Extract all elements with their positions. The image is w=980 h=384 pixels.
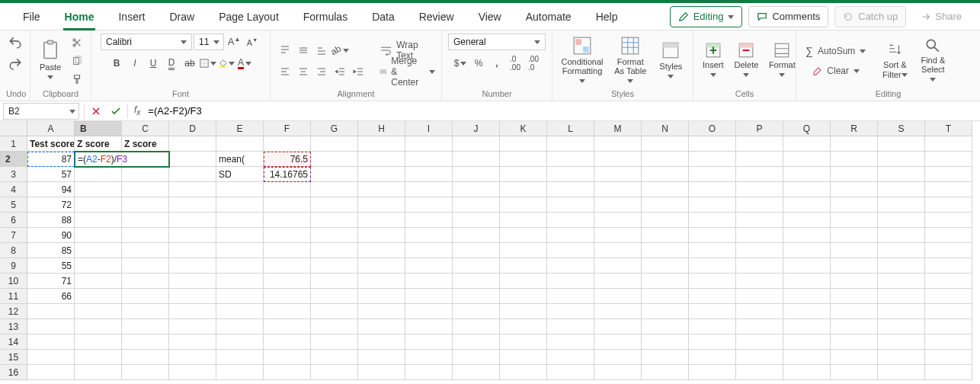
cell[interactable] [547,182,594,197]
cell[interactable] [783,167,831,182]
cell[interactable] [122,197,169,213]
cell[interactable] [500,152,547,167]
cell[interactable] [216,243,264,258]
cell[interactable] [878,319,925,334]
cell[interactable] [169,136,216,152]
cell[interactable] [925,228,972,243]
select-all-corner[interactable] [0,121,27,136]
cell[interactable] [453,365,500,380]
cell[interactable] [783,289,831,304]
cell[interactable] [311,258,358,274]
column-header[interactable]: E [216,121,264,136]
cell[interactable] [264,365,311,380]
percent-button[interactable]: % [470,55,487,72]
cell[interactable] [831,304,878,319]
comma-style-button[interactable]: , [488,55,505,72]
align-bottom-button[interactable] [313,42,330,59]
cell[interactable] [311,136,358,152]
cell[interactable] [358,228,405,243]
column-header[interactable]: R [831,121,878,136]
clear-button[interactable]: Clear [802,62,869,79]
cell[interactable] [75,289,122,304]
cell[interactable] [169,319,216,334]
cell[interactable] [642,152,689,167]
grow-font-button[interactable]: A▲ [226,34,242,50]
cell[interactable] [783,197,831,213]
conditional-formatting-button[interactable]: Conditional Formatting [559,36,606,85]
cell[interactable] [500,258,547,274]
cell[interactable] [169,152,216,167]
cell[interactable] [642,289,689,304]
align-left-button[interactable] [277,63,293,80]
cell[interactable] [594,334,642,350]
find-select-button[interactable]: Find & Select [916,37,950,83]
cell[interactable] [500,213,547,228]
cell[interactable] [405,274,453,289]
cell[interactable] [169,304,216,319]
sort-filter-button[interactable]: Sort & Filter [878,42,911,78]
tab-automate[interactable]: Automate [514,3,584,30]
shrink-font-button[interactable]: A▼ [244,34,261,50]
cell[interactable] [878,228,925,243]
cell[interactable] [311,319,358,334]
cell[interactable] [689,243,736,258]
cell[interactable] [925,289,972,304]
cell[interactable] [925,213,972,228]
cell[interactable] [500,136,547,152]
cell[interactable] [358,152,405,167]
row-header[interactable]: 10 [0,274,27,289]
cell[interactable] [831,197,878,213]
catch-up-button[interactable]: Catch up [834,6,906,27]
cell[interactable] [783,182,831,197]
cell[interactable] [878,136,925,152]
cell[interactable] [216,304,264,319]
cell[interactable] [27,304,75,319]
cell[interactable] [594,350,642,365]
copy-button[interactable] [69,53,85,69]
cell[interactable] [453,258,500,274]
column-header[interactable]: T [925,121,972,136]
tab-view[interactable]: View [466,3,514,30]
cell[interactable] [27,334,75,350]
cell[interactable] [122,289,169,304]
cell[interactable] [264,304,311,319]
row-header[interactable]: 6 [0,213,27,228]
row-header[interactable]: 13 [0,319,27,334]
cell[interactable] [216,197,264,213]
format-cells-button[interactable]: Format [766,42,798,78]
tab-insert[interactable]: Insert [106,3,157,30]
cell[interactable] [169,197,216,213]
cell[interactable] [75,213,122,228]
worksheet-grid[interactable]: ABCDEFGHIJKLMNOPQRST 1234567891011121314… [0,121,980,384]
cell[interactable] [783,243,831,258]
formula-input[interactable] [145,102,980,120]
cell[interactable] [311,243,358,258]
cell[interactable] [736,243,783,258]
cell[interactable] [831,289,878,304]
cell[interactable] [642,319,689,334]
cell[interactable] [264,182,311,197]
cell[interactable] [642,350,689,365]
cell[interactable] [831,136,878,152]
cell[interactable] [122,258,169,274]
cell[interactable] [831,350,878,365]
cell[interactable] [831,213,878,228]
cell[interactable] [264,197,311,213]
row-header[interactable]: 4 [0,182,27,197]
align-right-button[interactable] [313,63,330,80]
cell[interactable] [642,365,689,380]
cell[interactable] [594,228,642,243]
cell[interactable] [358,350,405,365]
cell[interactable] [405,182,453,197]
cell[interactable] [358,243,405,258]
font-color-button[interactable]: A [236,55,253,72]
cell[interactable] [358,304,405,319]
column-header[interactable]: Q [783,121,831,136]
cell[interactable] [27,365,75,380]
redo-button[interactable] [7,55,24,72]
column-header[interactable]: L [547,121,594,136]
cell[interactable] [169,167,216,182]
cell[interactable] [689,167,736,182]
cell[interactable] [500,197,547,213]
tab-page-layout[interactable]: Page Layout [207,3,291,30]
